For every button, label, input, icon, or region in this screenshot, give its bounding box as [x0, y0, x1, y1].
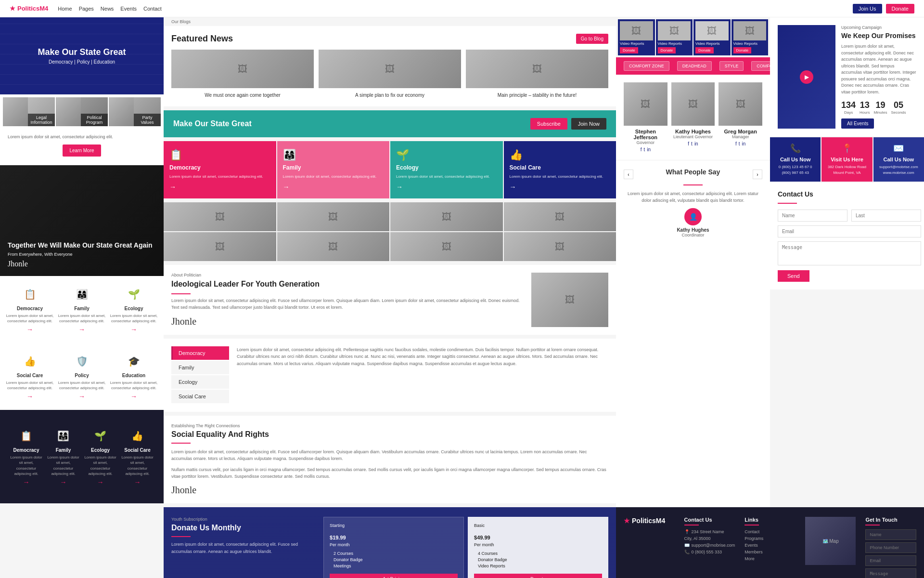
footer-message-textarea[interactable] — [865, 568, 916, 578]
democracy-content: Lorem ipsum dolor sit amet, consectetur … — [237, 346, 608, 404]
footer-link-events[interactable]: Events — [744, 543, 796, 548]
candidate-fb-3[interactable]: f — [735, 141, 737, 146]
form-send-button[interactable]: Send — [778, 270, 809, 282]
candidate-tw-2[interactable]: t — [691, 141, 693, 146]
footer-email-input[interactable] — [865, 555, 916, 566]
footer-name-input[interactable] — [865, 529, 916, 540]
contact-card-location-title: Visit Us Here — [825, 157, 868, 162]
policy-arrow[interactable]: → — [58, 393, 106, 400]
political-card[interactable]: Political Program — [56, 97, 108, 126]
vr-donate-4[interactable]: Donate — [733, 47, 752, 53]
go-to-blog-button[interactable]: Go to Blog — [576, 34, 608, 44]
footer-links-col: Links Contact Programs Events Members Mo… — [744, 517, 796, 578]
donate-divider — [171, 536, 191, 537]
footer-contact-title: Contact Us — [684, 517, 735, 525]
logo-star: ★ — [10, 5, 15, 12]
footer-phone-input[interactable] — [865, 542, 916, 553]
pol-divider — [171, 293, 191, 294]
form-message-textarea[interactable] — [778, 241, 921, 265]
phone-icon-footer: 📞 — [684, 550, 690, 554]
party-label: Party Values — [134, 114, 161, 126]
donate-button[interactable]: Donate — [886, 4, 914, 13]
form-name-input[interactable] — [778, 210, 847, 222]
footer-link-contact[interactable]: Contact — [744, 529, 796, 534]
join-button[interactable]: Join Us — [853, 4, 882, 13]
dark-social-icon: 👍 — [129, 427, 146, 445]
feature-family: 👨‍👩‍👧 Family Lorem ipsum dolor sit amet,… — [56, 284, 108, 335]
join-now-button[interactable]: Join Now — [571, 118, 606, 130]
dark-social-desc: Lorem ipsum dolor sit amet, consectetur … — [121, 455, 154, 476]
social-arrow[interactable]: → — [6, 393, 54, 400]
family-arrow[interactable]: → — [58, 326, 106, 333]
footer-link-programs[interactable]: Programs — [744, 536, 796, 541]
family-card-arrow[interactable]: → — [283, 183, 384, 191]
contact-card-phone-title: Call Us Now — [774, 157, 817, 162]
tab-family[interactable]: Family — [171, 361, 229, 374]
legal-card[interactable]: Legal Information — [3, 97, 55, 126]
ecology-card-arrow[interactable]: → — [396, 183, 497, 191]
candidate-in-1[interactable]: in — [647, 147, 651, 152]
photo-collage: 🖼 🖼 🖼 🖼 🖼 🖼 🖼 🖼 — [164, 202, 616, 261]
candidate-tw-1[interactable]: t — [643, 147, 645, 152]
testimonial-prev[interactable]: ‹ — [624, 170, 633, 179]
candidate-in-2[interactable]: in — [694, 141, 698, 146]
footer-link-members[interactable]: Members — [744, 550, 796, 554]
nav-pages[interactable]: Pages — [79, 6, 94, 12]
democracy-card-arrow[interactable]: → — [169, 183, 270, 191]
pricing-btn-2[interactable]: Donate — [474, 574, 602, 578]
legal-label: Legal Information — [28, 114, 55, 126]
footer-get-in-touch-title: Get In Touch — [865, 517, 916, 525]
vr-donate-2[interactable]: Donate — [658, 47, 676, 53]
dark-ecology: 🌱 Ecology Lorem ipsum dolor sit amet, co… — [82, 425, 119, 488]
social-equality-label: Establishing The Right Connections — [171, 423, 608, 428]
upcoming-image: ▶ — [778, 25, 835, 129]
hero-banner: Make Our State Great Democracy | Policy … — [0, 17, 164, 94]
education-arrow[interactable]: → — [110, 393, 158, 400]
map-placeholder: 🗺️ Map — [822, 539, 839, 544]
nav-events[interactable]: Events — [120, 6, 137, 12]
video-report-4: 🖼 Video Reports Donate — [732, 19, 769, 55]
learn-more-button[interactable]: Learn More — [63, 144, 101, 157]
vr-donate-1[interactable]: Donate — [620, 47, 638, 53]
pricing-btn-1[interactable]: Art Pricing — [330, 574, 458, 578]
tab-ecology[interactable]: Ecology — [171, 375, 229, 389]
social-card-arrow[interactable]: → — [510, 183, 611, 191]
politician-text: About Politician Ideological Leader For … — [171, 273, 522, 327]
colored-card-ecology-title: Ecology — [396, 164, 497, 171]
colored-card-family-desc: Lorem ipsum dolor sit amet, consectetur … — [283, 174, 384, 179]
dark-democracy-arrow[interactable]: → — [10, 478, 43, 486]
candidate-name-2: Kathy Hughes — [671, 129, 715, 134]
party-card[interactable]: Party Values — [109, 97, 161, 126]
social-card-icon: 👍 — [510, 149, 611, 161]
footer-link-more[interactable]: More — [744, 556, 796, 561]
democracy-arrow[interactable]: → — [6, 326, 54, 333]
logo-item-2: DEADHEAD — [677, 61, 712, 71]
contact-card-phone: 📞 Call Us Now 0 (800) 123 45 67 0 (800) … — [770, 137, 821, 182]
nav-home[interactable]: Home — [58, 6, 72, 12]
nav-news[interactable]: News — [101, 6, 114, 12]
politician-desc: Lorem ipsum dolor sit amet, consectetur … — [171, 297, 522, 311]
tab-social-care[interactable]: Social Care — [171, 390, 229, 403]
candidate-tw-3[interactable]: t — [739, 141, 740, 146]
ecology-arrow[interactable]: → — [110, 326, 158, 333]
form-email-input[interactable] — [778, 225, 921, 237]
subscribe-button[interactable]: Subscribe — [530, 118, 567, 130]
dark-ecology-arrow[interactable]: → — [84, 478, 117, 486]
dark-family-arrow[interactable]: → — [47, 478, 80, 486]
candidate-in-3[interactable]: in — [742, 141, 746, 146]
vr-img-3: 🖼 — [695, 21, 729, 40]
form-last-input[interactable] — [851, 210, 921, 222]
nav-contact[interactable]: Contact — [143, 6, 162, 12]
dark-social-arrow[interactable]: → — [121, 478, 154, 486]
candidate-fb-1[interactable]: f — [641, 147, 642, 152]
candidate-img-1: 🖼 — [624, 82, 667, 126]
candidate-fb-2[interactable]: f — [688, 141, 689, 146]
play-button[interactable]: ▶ — [800, 70, 813, 84]
all-events-button[interactable]: All Events — [841, 118, 874, 129]
testimonial-next[interactable]: › — [753, 170, 762, 179]
tab-democracy[interactable]: Democracy — [171, 346, 229, 360]
education-desc: Lorem ipsum dolor sit amet, consectetur … — [110, 380, 158, 391]
ecology-title: Ecology — [110, 306, 158, 311]
vr-donate-3[interactable]: Donate — [695, 47, 714, 53]
countdown-hours: 13 Hours — [860, 100, 870, 115]
